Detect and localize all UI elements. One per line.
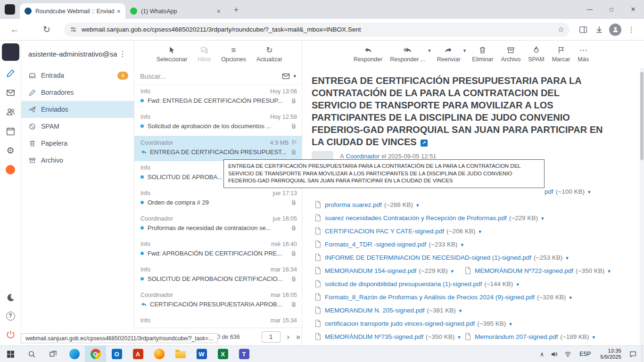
network-icon[interactable] bbox=[561, 351, 575, 358]
scrollbar-thumb[interactable] bbox=[640, 72, 644, 160]
folder-item-papelera[interactable]: Papelera bbox=[21, 135, 134, 152]
attachment-link[interactable]: MEMORANDUM 154-signed.pdf bbox=[325, 267, 416, 274]
new-tab-button[interactable]: + bbox=[229, 3, 243, 17]
attachment-link[interactable]: suarez necesidades Contratación y Recepc… bbox=[325, 214, 507, 222]
attachment-link[interactable]: Formato_4_TDR -signed-signed.pdf bbox=[325, 241, 426, 248]
search-options-caret[interactable]: ▾ bbox=[293, 73, 296, 79]
attachment-menu-caret[interactable]: ▾ bbox=[458, 334, 461, 340]
scrollbar-track[interactable] bbox=[640, 68, 644, 346]
calendar-icon[interactable] bbox=[5, 125, 16, 137]
browser-profile-avatar[interactable] bbox=[607, 22, 623, 38]
next-page-icon[interactable]: › bbox=[287, 333, 289, 341]
attachment-menu-caret[interactable]: ▾ bbox=[593, 334, 595, 340]
attachment-menu-caret[interactable]: ▾ bbox=[509, 321, 512, 327]
page-input[interactable] bbox=[262, 331, 281, 343]
tab-close-icon[interactable]: × bbox=[217, 8, 221, 15]
downloads-icon[interactable] bbox=[591, 22, 607, 38]
search-scope-icon[interactable] bbox=[282, 72, 290, 80]
message-row[interactable]: Info mié 16:40 Fwd: APROBACIÓN DE CERTIF… bbox=[134, 238, 302, 263]
attachment-menu-caret[interactable]: ▾ bbox=[588, 189, 591, 195]
attachment-link[interactable]: pdf bbox=[545, 188, 553, 195]
attachment-menu-caret[interactable]: ▾ bbox=[608, 268, 611, 274]
folder-item-entrada[interactable]: Entrada 4 bbox=[21, 67, 134, 84]
taskbar-app-chrome[interactable] bbox=[85, 346, 106, 362]
dropdown-caret-icon[interactable]: ▾ bbox=[428, 48, 431, 54]
message-row[interactable]: Info Hoy 13:06 Fwd: ENTREGA DE CERTIFICA… bbox=[134, 85, 302, 110]
show-desktop-button[interactable] bbox=[642, 346, 644, 362]
folder-item-spam[interactable]: SPAM bbox=[21, 118, 134, 135]
message-row[interactable]: Coordinador 4.9 MB ⚐ ENTREGA DE CERTIFIC… bbox=[134, 136, 302, 161]
taskbar-app-word[interactable]: W bbox=[191, 346, 212, 362]
message-row[interactable]: Info mar 16:34 SOLICITUD DE APROBACION C… bbox=[134, 263, 302, 288]
taskbar-search-button[interactable] bbox=[21, 346, 42, 362]
attachment-link[interactable]: CERTIFICACION PAC Y CATE-signed.pdf bbox=[325, 228, 444, 235]
attachment-link[interactable]: MEMORÁNDUM Nº735-signed.pdf bbox=[325, 333, 423, 340]
folder-item-enviados[interactable]: Enviados bbox=[21, 101, 134, 118]
folder-item-archivo[interactable]: Archivo bbox=[21, 152, 134, 169]
tab-whatsapp[interactable]: (1) WhatsApp × bbox=[125, 3, 225, 19]
folder-item-borradores[interactable]: Borradores bbox=[21, 84, 134, 101]
site-info-icon[interactable] bbox=[70, 26, 77, 33]
language-indicator[interactable]: ESP bbox=[575, 351, 595, 357]
recipient-link[interactable]: Coordinador bbox=[346, 153, 380, 160]
toolbar-archive-button[interactable]: Archivo bbox=[499, 46, 522, 63]
attachment-link[interactable]: solicitud de disponibilidad presupuestar… bbox=[325, 280, 482, 288]
toolbar-threads-button[interactable]: Hilos bbox=[196, 46, 212, 63]
attachment-link[interactable]: MEMORANDUM N. 205-signed.pdf bbox=[325, 307, 425, 314]
reload-icon[interactable]: ↻ bbox=[39, 22, 55, 38]
search-input[interactable] bbox=[140, 73, 282, 80]
attachment-link[interactable]: INFORME DE DETERMINACION DE NECESIDAD-si… bbox=[325, 254, 531, 261]
last-page-icon[interactable]: » bbox=[296, 333, 300, 341]
taskbar-app-excel[interactable]: X bbox=[212, 346, 233, 362]
tab-close-icon[interactable]: × bbox=[117, 8, 121, 15]
message-row[interactable]: Info mar 15:34 bbox=[134, 314, 302, 328]
attachment-menu-caret[interactable]: ▾ bbox=[569, 295, 572, 301]
start-button[interactable] bbox=[0, 346, 21, 362]
taskbar-app-edge[interactable] bbox=[64, 346, 85, 362]
address-bar[interactable]: webmail.sanjuan.gob.ec/cpsess4685020211/… bbox=[64, 23, 570, 37]
minimize-button[interactable]: — bbox=[579, 0, 601, 19]
compose-icon[interactable] bbox=[5, 67, 16, 79]
mail-icon[interactable] bbox=[5, 87, 16, 98]
hidden-icons-button[interactable]: ∧ bbox=[537, 351, 548, 358]
attachment-menu-caret[interactable]: ▾ bbox=[451, 268, 454, 274]
attachment-link[interactable]: proforma suarez.pdf bbox=[325, 201, 382, 208]
help-icon[interactable]: ? bbox=[5, 310, 16, 321]
task-view-button[interactable] bbox=[42, 346, 64, 362]
attachment-link[interactable]: Memorándum 207-signed.pdf bbox=[475, 333, 558, 340]
taskbar-clock[interactable]: 13:35 5/9/2025 bbox=[595, 348, 626, 361]
toolbar-delete-button[interactable]: Eliminar bbox=[471, 46, 495, 63]
message-row[interactable]: Coordinador jue 16:05 Proformas de neces… bbox=[134, 212, 302, 238]
webmail-logo[interactable] bbox=[2, 43, 19, 61]
bookmark-star-icon[interactable]: ☆ bbox=[554, 25, 568, 34]
maximize-button[interactable]: □ bbox=[601, 0, 622, 19]
attachment-link[interactable]: Formato_8_Razón de Proformas y Análisis … bbox=[325, 294, 535, 301]
close-button[interactable]: × bbox=[622, 0, 644, 19]
settings-icon[interactable]: ⚙ bbox=[5, 145, 16, 156]
attachment-menu-caret[interactable]: ▾ bbox=[459, 308, 462, 314]
dropdown-caret-icon[interactable]: ▾ bbox=[463, 48, 466, 54]
contacts-icon[interactable] bbox=[5, 106, 16, 117]
flag-icon[interactable]: ⚐ bbox=[291, 139, 297, 146]
toolbar-mark-button[interactable]: Marcar bbox=[551, 46, 572, 63]
attachment-menu-caret[interactable]: ▾ bbox=[461, 242, 464, 248]
external-link-icon[interactable]: ↗ bbox=[421, 140, 428, 147]
attachment-menu-caret[interactable]: ▾ bbox=[479, 229, 481, 235]
toolbar-reply-button[interactable]: Responder bbox=[352, 46, 384, 63]
attachment-menu-caret[interactable]: ▾ bbox=[416, 202, 419, 208]
back-icon[interactable]: ← bbox=[7, 22, 23, 38]
taskbar-app-teams[interactable]: T bbox=[233, 346, 255, 362]
message-row[interactable]: Info jue 17:13 Orden de compra # 29 bbox=[134, 187, 302, 212]
attachment-link[interactable]: certificacion transporte judo vinces-sig… bbox=[325, 320, 475, 327]
toolbar-options-button[interactable]: ≡ Opciones bbox=[220, 46, 248, 63]
tab-roundcube[interactable]: Roundcube Webmail :: Enviados × bbox=[20, 3, 125, 19]
browser-menu-icon[interactable]: ⋮ bbox=[623, 22, 639, 38]
dark-mode-icon[interactable] bbox=[5, 292, 16, 303]
attachment-menu-caret[interactable]: ▾ bbox=[566, 255, 569, 261]
account-menu-icon[interactable]: ⋮ bbox=[117, 49, 128, 58]
toolbar-select-button[interactable]: Seleccionar bbox=[155, 46, 189, 63]
taskbar-app-firefox[interactable] bbox=[149, 346, 170, 362]
cpanel-icon[interactable] bbox=[5, 164, 16, 175]
toolbar-spam-button[interactable]: SPAM bbox=[527, 46, 546, 63]
message-row[interactable]: Info Hoy 12:58 Solicitud de aprobación d… bbox=[134, 110, 302, 136]
